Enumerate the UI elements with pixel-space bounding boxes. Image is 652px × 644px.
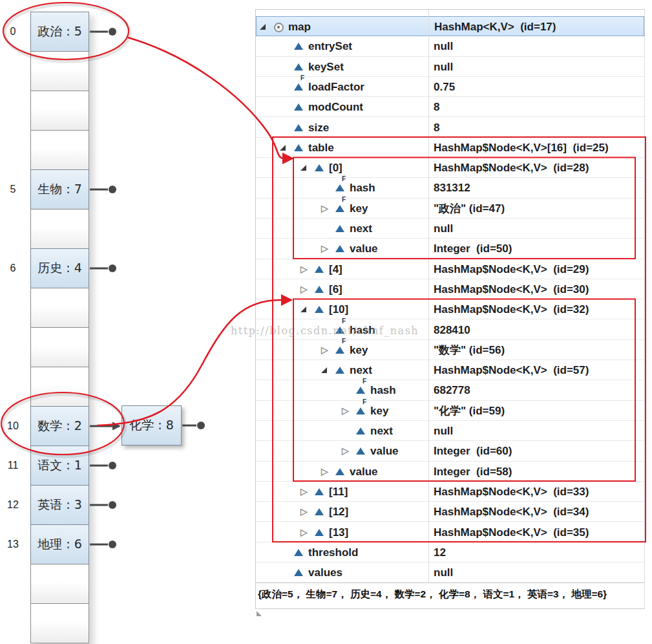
column-divider[interactable] xyxy=(428,10,429,583)
field-icon xyxy=(356,387,365,394)
variable-value: HashMap$Node<K,V>[16] (id=25) xyxy=(434,138,609,158)
variable-name: key xyxy=(350,340,368,360)
variable-row[interactable]: modCount8 xyxy=(256,97,644,117)
variable-value: HashMap$Node<K,V> (id=28) xyxy=(434,158,589,178)
bucket-cell-text: 政治 : 5 xyxy=(37,23,82,40)
bucket-cell-empty xyxy=(30,209,89,249)
variable-row[interactable]: size8 xyxy=(256,118,644,138)
variables-view-panel: mapHashMap<K,V> (id=17)entrySetnullkeySe… xyxy=(255,9,645,609)
field-icon xyxy=(315,529,324,536)
variable-value: null xyxy=(434,219,453,239)
variable-name: [6] xyxy=(329,279,342,299)
variable-name: next xyxy=(350,219,372,239)
variable-name: [11] xyxy=(329,482,348,502)
variable-name: value xyxy=(350,462,377,482)
field-icon xyxy=(335,367,344,374)
variable-row[interactable]: [13]HashMap$Node<K,V> (id=35) xyxy=(256,522,644,542)
expander-collapsed-icon[interactable] xyxy=(321,340,328,360)
variable-row[interactable]: tableHashMap$Node<K,V>[16] (id=25) xyxy=(256,138,644,158)
expander-open-icon[interactable] xyxy=(280,145,286,151)
bucket-cell-text: 数学 : 2 xyxy=(37,418,82,435)
field-icon xyxy=(315,286,324,293)
resize-grip-icon[interactable] xyxy=(257,611,262,616)
variable-row[interactable]: nextnull xyxy=(256,219,644,239)
bucket-cell-empty xyxy=(30,564,89,604)
variable-value: null xyxy=(434,57,453,77)
expander-collapsed-icon[interactable] xyxy=(321,199,328,219)
field-icon xyxy=(315,508,324,515)
expander-collapsed-icon[interactable] xyxy=(321,462,328,482)
variable-row[interactable]: key"数学" (id=56) xyxy=(256,340,644,360)
variable-name: value xyxy=(350,239,377,259)
bucket-cell-empty xyxy=(30,130,89,170)
variable-row[interactable]: [4]HashMap$Node<K,V> (id=29) xyxy=(256,259,644,279)
expander-collapsed-icon[interactable] xyxy=(300,259,308,279)
hashmap-debugger-figure: 0政治 : 55生物 : 76历史 : 410数学 : 211语文 : 112英… xyxy=(0,0,652,644)
variable-name: [12] xyxy=(329,502,348,522)
expander-open-icon[interactable] xyxy=(321,367,327,373)
variable-row[interactable]: entrySetnull xyxy=(256,36,644,56)
expander-open-icon[interactable] xyxy=(260,24,266,30)
field-icon xyxy=(335,245,344,252)
bucket-cell: 地理 : 6 xyxy=(30,524,89,564)
field-icon xyxy=(315,306,324,313)
variable-row[interactable]: nextnull xyxy=(256,421,644,441)
variable-name: threshold xyxy=(308,542,358,563)
variable-value: 682778 xyxy=(434,380,470,400)
variable-row[interactable]: hash682778 xyxy=(256,380,644,400)
variable-row[interactable]: [6]HashMap$Node<K,V> (id=30) xyxy=(256,279,644,299)
variable-row[interactable]: threshold12 xyxy=(256,542,644,563)
variable-value: HashMap$Node<K,V> (id=35) xyxy=(434,522,589,542)
variable-value: HashMap<K,V> (id=17) xyxy=(434,17,556,37)
variable-row[interactable]: nextHashMap$Node<K,V> (id=57) xyxy=(256,360,644,380)
next-pointer-arrowhead-icon xyxy=(112,422,121,431)
expander-collapsed-icon[interactable] xyxy=(342,401,349,421)
bucket-cell-empty xyxy=(30,51,89,91)
variable-value: 828410 xyxy=(434,320,470,340)
variable-row[interactable]: [11]HashMap$Node<K,V> (id=33) xyxy=(256,482,644,502)
bucket-index-label: 6 xyxy=(1,248,25,288)
expander-open-icon[interactable] xyxy=(300,165,306,171)
variable-value: 8 xyxy=(434,97,439,117)
variable-row[interactable]: valueInteger (id=50) xyxy=(256,239,644,259)
expander-collapsed-icon[interactable] xyxy=(300,279,308,299)
field-icon xyxy=(294,103,303,111)
expander-collapsed-icon[interactable] xyxy=(300,522,308,542)
variable-row[interactable]: mapHashMap<K,V> (id=17) xyxy=(256,16,644,36)
variable-row[interactable]: valueInteger (id=58) xyxy=(256,462,644,482)
bucket-cell-empty xyxy=(30,91,89,131)
variable-value: null xyxy=(434,421,453,441)
bucket-cell: 语文 : 1 xyxy=(30,445,89,486)
null-terminator-dot-icon xyxy=(197,422,205,429)
bucket-cell: 历史 : 4 xyxy=(30,248,89,288)
variable-row[interactable]: [0]HashMap$Node<K,V> (id=28) xyxy=(256,158,644,178)
variable-row[interactable]: valuesnull xyxy=(256,563,644,583)
expander-collapsed-icon[interactable] xyxy=(342,441,349,461)
variable-row[interactable]: loadFactor0.75 xyxy=(256,77,644,97)
expander-collapsed-icon[interactable] xyxy=(321,239,328,259)
variable-value: null xyxy=(434,563,453,583)
variable-row[interactable]: [10]HashMap$Node<K,V> (id=32) xyxy=(256,299,644,319)
bucket-cell-text: 英语 : 3 xyxy=(37,497,82,513)
expander-collapsed-icon[interactable] xyxy=(300,482,308,502)
variable-icon xyxy=(274,23,284,32)
variable-name: values xyxy=(308,563,342,583)
expander-open-icon[interactable] xyxy=(300,306,306,312)
variable-value: HashMap$Node<K,V> (id=32) xyxy=(434,299,589,319)
variable-name: hash xyxy=(350,178,375,198)
variable-row[interactable]: valueInteger (id=60) xyxy=(256,441,644,461)
variable-value: HashMap$Node<K,V> (id=30) xyxy=(434,279,589,299)
variable-row[interactable]: key"化学" (id=59) xyxy=(256,401,644,421)
variable-value: Integer (id=50) xyxy=(434,239,512,259)
variable-row[interactable]: [12]HashMap$Node<K,V> (id=34) xyxy=(256,502,644,522)
bucket-cell-empty xyxy=(30,288,89,328)
variable-row[interactable]: key"政治" (id=47) xyxy=(256,199,644,219)
bucket-index-label: 12 xyxy=(1,485,25,525)
expander-collapsed-icon[interactable] xyxy=(300,502,308,522)
variable-row[interactable]: keySetnull xyxy=(256,57,644,77)
bucket-index-label: 11 xyxy=(1,445,25,486)
null-terminator-dot-icon xyxy=(109,501,116,509)
variable-row[interactable]: hash831312 xyxy=(256,178,644,198)
variable-name: [4] xyxy=(329,259,342,279)
variable-value: HashMap$Node<K,V> (id=57) xyxy=(434,360,589,380)
